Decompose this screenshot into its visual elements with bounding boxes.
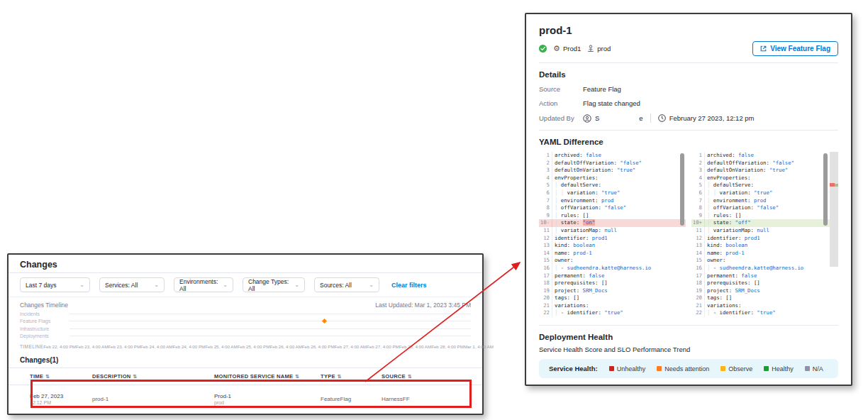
yaml-line: 12identifier: prod1 bbox=[691, 235, 838, 243]
yaml-line-content: │ - sudheendra.katte@harness.io bbox=[705, 265, 803, 272]
column-header-source[interactable]: SOURCE⇅ bbox=[382, 373, 482, 380]
yaml-line-content: identifier: prod1 bbox=[552, 235, 608, 243]
screenshot-canvas: Changes Last 7 days⌄Services: All⌄Enviro… bbox=[0, 0, 868, 420]
yaml-line-content: variations: bbox=[552, 302, 589, 310]
sort-icon[interactable]: ⇅ bbox=[408, 374, 412, 380]
column-header-time[interactable]: TIME⇅ bbox=[30, 373, 92, 380]
column-header-label: SOURCE bbox=[382, 373, 406, 380]
service-gear-icon: ⚙ bbox=[553, 45, 560, 52]
clock-icon bbox=[658, 114, 666, 122]
yaml-line: 8│ offVariation: "false" bbox=[691, 204, 838, 212]
timeline-tick: Feb 26, 4:00 PM bbox=[302, 344, 335, 349]
timeline-rows: IncidentsFeature FlagsInfrastructureDepl… bbox=[20, 310, 471, 340]
yaml-line-content: permanent: false bbox=[705, 272, 757, 280]
yaml-line: 6│ │ variation: "true" bbox=[539, 189, 686, 197]
chevron-down-icon: ⌄ bbox=[369, 282, 374, 288]
view-feature-flag-button[interactable]: View Feature Flag bbox=[752, 41, 838, 56]
column-header-monitored-service-name[interactable]: MONITORED SERVICE NAME⇅ bbox=[214, 373, 321, 380]
timeline-axis-label: TIMELINE bbox=[20, 344, 43, 349]
minimap-deletion-mark bbox=[830, 183, 835, 187]
right-pane-scrollbar[interactable] bbox=[823, 153, 828, 226]
yaml-line: 13kind: boolean bbox=[691, 242, 838, 250]
sort-icon[interactable]: ⇅ bbox=[295, 374, 299, 380]
legend-item-n-a: N/A bbox=[805, 365, 823, 372]
chevron-down-icon: ⌄ bbox=[79, 282, 84, 288]
change-marker-icon[interactable] bbox=[322, 319, 327, 324]
yaml-line: 20tags: [] bbox=[539, 294, 686, 302]
changes-timeline-section: Changes Timeline Last Updated: Mar 1, 20… bbox=[9, 297, 482, 341]
deployment-health-heading: Deployment Health bbox=[539, 333, 838, 341]
environment-meta[interactable]: prod bbox=[587, 45, 611, 52]
chevron-down-icon: ⌄ bbox=[154, 282, 159, 288]
yaml-line-content: │ variationMap: null bbox=[552, 227, 617, 235]
yaml-line-content: defaultOffVariation: "false" bbox=[552, 160, 642, 167]
timeline-tick: Feb 23, 4:00 PM bbox=[108, 344, 140, 349]
yaml-difference-heading: YAML Difference bbox=[539, 138, 838, 146]
legend-item-observe: Observe bbox=[720, 365, 752, 372]
filter-services[interactable]: Services: All⌄ bbox=[99, 277, 165, 292]
timeline-tick: Feb 24, 4:00 AM bbox=[140, 344, 172, 349]
sort-icon[interactable]: ⇅ bbox=[133, 374, 138, 380]
diff-minimap[interactable] bbox=[830, 152, 838, 267]
health-status-icon bbox=[539, 45, 547, 52]
divider bbox=[539, 325, 838, 326]
yaml-line-content: envProperties: bbox=[552, 175, 599, 182]
filter-sources[interactable]: Sources: All⌄ bbox=[314, 277, 379, 292]
column-header-description[interactable]: DESCRIPTION⇅ bbox=[92, 373, 214, 380]
filter-environments[interactable]: Environments: All⌄ bbox=[174, 277, 233, 292]
yaml-line: 7│ environment: prod bbox=[539, 197, 686, 205]
sort-icon[interactable]: ⇅ bbox=[45, 374, 50, 380]
updated-at-value: February 27 2023, 12:12 pm bbox=[669, 114, 755, 122]
yaml-line: 1archived: false bbox=[691, 152, 838, 160]
minimap-addition-mark bbox=[835, 184, 838, 187]
user-avatar-icon bbox=[583, 114, 591, 123]
yaml-line: 11│ variationMap: null bbox=[539, 227, 686, 235]
yaml-line: 5│ defaultServe: bbox=[691, 182, 838, 189]
service-health-legend: Service Health: UnhealthyNeeds attention… bbox=[539, 359, 838, 378]
column-header-label: TIME bbox=[30, 373, 43, 380]
timeline-row-line bbox=[69, 328, 471, 329]
yaml-line: 22│ - identifier: "true" bbox=[691, 309, 838, 317]
yaml-line-content: owner: bbox=[705, 257, 725, 265]
column-header-label: DESCRIPTION bbox=[92, 373, 131, 380]
yaml-line-number: 9 bbox=[691, 212, 705, 220]
filter-change-types[interactable]: Change Types: All⌄ bbox=[243, 277, 305, 292]
changes-timeline-title: Changes Timeline bbox=[20, 302, 68, 309]
clear-filters-link[interactable]: Clear filters bbox=[391, 282, 427, 289]
yaml-line-number: 7 bbox=[691, 197, 705, 205]
yaml-line-number: 19 bbox=[691, 287, 705, 295]
filter-time-range[interactable]: Last 7 days⌄ bbox=[20, 277, 90, 292]
yaml-line: 5│ defaultServe: bbox=[539, 182, 686, 189]
yaml-line: 12identifier: prod1 bbox=[539, 235, 686, 243]
external-link-icon bbox=[760, 45, 767, 52]
timeline-row-label: Incidents bbox=[20, 311, 69, 316]
yaml-line-number: 6 bbox=[691, 189, 705, 197]
yaml-line-number: 4 bbox=[539, 175, 552, 182]
sort-icon[interactable]: ⇅ bbox=[338, 374, 342, 380]
yaml-line-number: 17 bbox=[539, 272, 552, 280]
yaml-line-content: │ - identifier: "true" bbox=[552, 309, 623, 317]
yaml-line: 9│ rules: [] bbox=[539, 212, 686, 220]
yaml-line-content: name: prod-1 bbox=[705, 250, 745, 258]
legend-label: Needs attention bbox=[664, 365, 709, 372]
yaml-line-number: 12 bbox=[691, 235, 705, 243]
divider bbox=[650, 114, 651, 123]
yaml-line-content: │ environment: prod bbox=[705, 197, 767, 205]
yaml-line-number: 1 bbox=[539, 152, 552, 160]
yaml-line-content: │ defaultServe: bbox=[552, 182, 601, 189]
yaml-line: 15owner: bbox=[539, 257, 686, 265]
monitored-service-meta[interactable]: ⚙ Prod1 bbox=[553, 45, 581, 52]
yaml-line-content: defaultOnVariation: "true" bbox=[552, 167, 635, 175]
divider bbox=[539, 130, 838, 131]
yaml-line-content: │ rules: [] bbox=[552, 212, 589, 220]
timeline-tick: Feb 27, 4:00 AM bbox=[335, 344, 367, 349]
yaml-line-content: │ state: "on" bbox=[552, 219, 595, 227]
left-pane-scrollbar[interactable] bbox=[680, 153, 684, 226]
updated-by-name-last: e bbox=[639, 114, 642, 122]
timeline-tick: Feb 26, 4:00 AM bbox=[269, 344, 301, 349]
legend-swatch bbox=[609, 366, 614, 371]
yaml-line: 16│ - sudheendra.katte@harness.io bbox=[539, 265, 686, 272]
column-header-type[interactable]: TYPE⇅ bbox=[321, 373, 382, 380]
yaml-line: 19project: SRM_Docs bbox=[539, 287, 686, 295]
yaml-line: 10-│ state: "on" bbox=[539, 219, 686, 227]
